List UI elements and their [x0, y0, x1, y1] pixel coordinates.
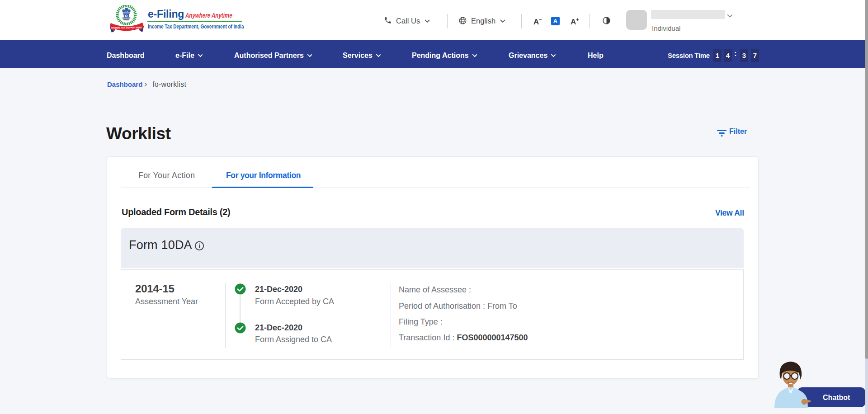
svg-text:INCOME TAX DEPARTMENT: INCOME TAX DEPARTMENT — [111, 26, 142, 29]
